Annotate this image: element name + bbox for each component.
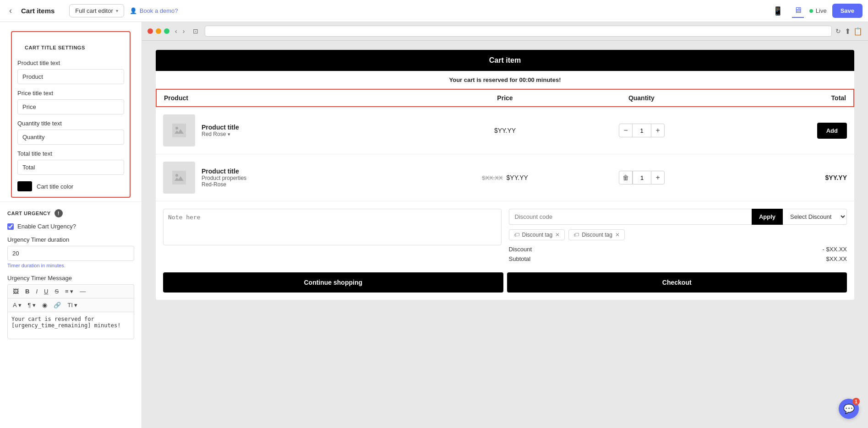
desktop-icon[interactable]: 🖥: [792, 4, 804, 18]
cart-title-color-row: Cart title color: [17, 181, 124, 191]
item-variant-1: Red Rose ▾: [202, 131, 239, 137]
cart-page: Cart item Your cart is reserved for 00:0…: [156, 50, 854, 300]
cart-table-header: Product Price Quantity Total: [156, 89, 854, 107]
discount-tag-close-1[interactable]: ✕: [555, 232, 560, 238]
color-swatch[interactable]: [17, 181, 32, 191]
item-name-1: Product title: [202, 124, 239, 131]
note-textarea[interactable]: [163, 209, 502, 245]
italic-btn[interactable]: I: [33, 287, 40, 296]
tag-icon-2: 🏷: [573, 232, 579, 238]
chat-bubble[interactable]: 💬 1: [839, 399, 859, 419]
back-nav-btn[interactable]: ‹: [173, 27, 179, 36]
info-icon[interactable]: !: [55, 209, 63, 217]
price-column-header: Price: [437, 94, 573, 102]
product-thumbnail-2: [163, 162, 195, 194]
discount-area: Apply Select Discount 🏷 Discount tag ✕ 🏷: [509, 209, 847, 265]
qty-plus-1[interactable]: +: [651, 124, 665, 137]
svg-rect-2: [172, 171, 186, 184]
minimize-traffic-light[interactable]: [156, 28, 161, 34]
live-dot: [809, 9, 813, 13]
browser-nav-buttons: ‹ ›: [173, 27, 186, 36]
cart-header: Cart item: [156, 50, 854, 71]
urgency-timer-input[interactable]: [7, 246, 134, 261]
quantity-column-header: Quantity: [573, 94, 710, 102]
svg-point-1: [175, 127, 178, 130]
highlight-btn[interactable]: ◉: [40, 300, 49, 310]
qty-plus-2[interactable]: +: [651, 171, 665, 184]
book-demo-button[interactable]: 👤 Book a demo?: [130, 7, 178, 14]
link-btn[interactable]: 🔗: [51, 300, 63, 310]
discount-tag-label-1: Discount tag: [522, 232, 553, 238]
quantity-title-input[interactable]: [17, 130, 124, 145]
bookmark-btn[interactable]: 📋: [853, 27, 863, 36]
rich-text-toolbar: 🖼 B I U S ≡ ▾ —: [7, 284, 134, 298]
checkout-button[interactable]: Checkout: [507, 272, 847, 293]
continue-shopping-button[interactable]: Continue shopping: [163, 272, 503, 293]
item-product-2: Product title Product properties Red-Ros…: [163, 162, 437, 194]
traffic-lights: [147, 28, 169, 34]
share-btn[interactable]: ⬆: [845, 27, 851, 36]
discount-tags: 🏷 Discount tag ✕ 🏷 Discount tag ✕: [509, 229, 847, 240]
discount-row: Apply Select Discount: [509, 209, 847, 225]
subtotal-label: Subtotal: [509, 255, 531, 262]
discount-tag-2: 🏷 Discount tag ✕: [568, 229, 625, 240]
discount-code-input[interactable]: [509, 209, 752, 225]
paragraph-btn[interactable]: ¶ ▾: [26, 300, 38, 310]
bold-btn[interactable]: B: [23, 287, 32, 296]
back-button[interactable]: ‹: [5, 4, 16, 17]
product-title-input[interactable]: [17, 69, 124, 84]
urgency-message-label: Urgency Timer Message: [7, 275, 134, 282]
item-total-1: Add: [710, 123, 847, 139]
url-bar[interactable]: [205, 26, 832, 37]
item-price-2: $XX.XX $YY.YY: [437, 174, 573, 181]
select-discount-dropdown[interactable]: Select Discount: [783, 209, 847, 225]
enable-urgency-row: Enable Cart Urgency?: [7, 223, 134, 230]
image-btn[interactable]: 🖼: [11, 287, 21, 296]
qty-input-1[interactable]: [633, 124, 651, 137]
device-switcher: 📱 🖥: [771, 4, 804, 18]
item-qty-1: − +: [573, 124, 710, 137]
top-bar: ‹ Cart items Full cart editor ▾ 👤 Book a…: [0, 0, 868, 22]
svg-rect-0: [172, 124, 186, 137]
window-toggle-btn[interactable]: ⊡: [190, 27, 201, 36]
urgency-message-textarea[interactable]: Your cart is reserved for [urgency_time_…: [7, 312, 134, 339]
content-area: ‹ › ⊡ ↻ ⬆ 📋 Cart item Your cart is reser…: [142, 22, 868, 428]
price-title-input[interactable]: [17, 99, 124, 114]
rule-btn[interactable]: —: [77, 287, 88, 296]
apply-button[interactable]: Apply: [752, 209, 783, 225]
reload-btn[interactable]: ↻: [835, 27, 841, 35]
close-traffic-light[interactable]: [147, 28, 153, 34]
item-qty-2: 🗑 +: [573, 171, 710, 184]
cart-item-2: Product title Product properties Red-Ros…: [156, 154, 854, 201]
product-title-label: Product title text: [17, 60, 124, 66]
forward-nav-btn[interactable]: ›: [181, 27, 187, 36]
urgency-title: CART URGENCY: [7, 211, 51, 216]
cart-title-settings-label: CART TITLE SETTINGS: [17, 38, 124, 54]
strikethrough-btn[interactable]: S: [52, 287, 61, 296]
save-button[interactable]: Save: [832, 4, 863, 18]
item-price-1: $YY.YY: [437, 127, 573, 134]
maximize-traffic-light[interactable]: [164, 28, 169, 34]
cart-item: Product title Red Rose ▾ $YY.YY − + Add: [156, 107, 854, 154]
subtotal-amount: $XX.XX: [826, 255, 847, 262]
add-button-1[interactable]: Add: [817, 123, 847, 139]
text-format-btn[interactable]: TI ▾: [65, 300, 80, 310]
align-btn[interactable]: ≡ ▾: [63, 287, 76, 296]
qty-minus-1[interactable]: −: [619, 124, 633, 137]
product-thumbnail-1: [163, 114, 195, 146]
chevron-down-icon: ▾: [116, 8, 118, 13]
delete-button-2[interactable]: 🗑: [619, 171, 633, 184]
total-title-label: Total title text: [17, 150, 124, 157]
note-area: [163, 209, 502, 247]
product-column-header: Product: [164, 94, 437, 102]
enable-urgency-checkbox[interactable]: [7, 223, 14, 230]
mobile-icon[interactable]: 📱: [771, 4, 785, 18]
font-color-btn[interactable]: A ▾: [11, 300, 24, 310]
total-title-input[interactable]: [17, 160, 124, 175]
qty-input-2[interactable]: [633, 171, 651, 184]
variant-dropdown-1[interactable]: ▾: [228, 131, 230, 137]
chat-icon: 💬: [843, 403, 855, 414]
underline-btn[interactable]: U: [42, 287, 50, 296]
cart-editor-dropdown[interactable]: Full cart editor ▾: [69, 4, 124, 17]
discount-tag-close-2[interactable]: ✕: [615, 232, 620, 238]
